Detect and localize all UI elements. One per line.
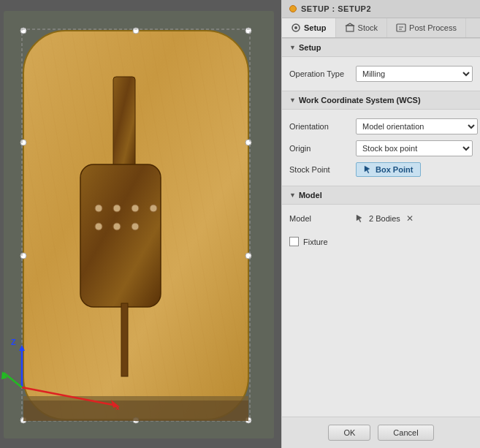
postprocess-tab-icon	[396, 23, 406, 33]
model-section-header[interactable]: ▼ Model	[282, 186, 480, 205]
svg-marker-43	[365, 166, 370, 173]
svg-text:×: ×	[115, 404, 120, 412]
svg-point-16	[20, 28, 26, 34]
svg-point-22	[245, 140, 251, 145]
svg-rect-26	[23, 400, 248, 421]
panel-footer: OK Cancel	[282, 417, 480, 448]
tab-setup-label: Setup	[304, 23, 327, 32]
stock-point-control: Box Point	[356, 162, 473, 177]
cancel-button[interactable]: Cancel	[378, 425, 433, 441]
model-arrow-icon: ▼	[289, 191, 296, 199]
svg-rect-5	[80, 164, 161, 307]
stock-tab-icon	[345, 23, 355, 33]
svg-point-14	[133, 28, 139, 34]
fixture-checkbox[interactable]	[289, 237, 299, 246]
svg-point-9	[150, 205, 157, 212]
setup-arrow-icon: ▼	[289, 44, 296, 51]
model-row: Model 2 Bodies ✕	[282, 210, 480, 227]
tab-stock[interactable]: Stock	[336, 18, 388, 37]
tab-setup[interactable]: Setup	[282, 18, 336, 37]
stock-point-row: Stock Point Box Point	[282, 159, 480, 180]
svg-point-12	[132, 223, 139, 230]
right-panel: SETUP : SETUP2 Setup Stock Post Process	[281, 0, 480, 448]
setup-section-header[interactable]: ▼ Setup	[282, 38, 480, 57]
origin-label: Origin	[289, 144, 351, 153]
svg-point-17	[20, 140, 26, 145]
origin-row: Origin Stock box point Model origin Mode…	[282, 137, 480, 159]
title-dot	[289, 5, 297, 12]
svg-point-8	[132, 205, 139, 212]
svg-point-15	[245, 28, 251, 34]
panel-title: SETUP : SETUP2	[301, 4, 371, 13]
tab-postprocess[interactable]: Post Process	[387, 18, 466, 37]
model-cursor-icon	[356, 214, 365, 223]
panel-titlebar: SETUP : SETUP2	[282, 0, 480, 18]
model-value: 2 Bodies ✕	[356, 213, 473, 224]
origin-select[interactable]: Stock box point Model origin Model box p…	[356, 140, 473, 156]
wcs-section-header[interactable]: ▼ Work Coordinate System (WCS)	[282, 91, 480, 110]
svg-rect-13	[121, 303, 128, 376]
svg-marker-44	[357, 215, 362, 222]
wcs-section-body: Orientation Model orientation Select Z a…	[282, 110, 480, 186]
svg-text:Z: Z	[11, 338, 16, 346]
svg-point-37	[294, 26, 297, 29]
operation-type-control: Milling Turning Jet	[356, 66, 473, 82]
model-field-label: Model	[289, 214, 351, 223]
svg-rect-4	[113, 77, 135, 168]
fixture-row: Fixture	[282, 232, 480, 251]
model-clear-button[interactable]: ✕	[405, 213, 415, 224]
svg-point-18	[20, 253, 26, 259]
wcs-section-label: Work Coordinate System (WCS)	[299, 96, 421, 105]
svg-marker-39	[346, 23, 354, 26]
orientation-select[interactable]: Model orientation Select Z axis/plane & …	[356, 118, 478, 134]
tab-bar: Setup Stock Post Process	[282, 18, 480, 38]
svg-point-11	[113, 223, 121, 230]
stock-point-label: Stock Point	[289, 165, 351, 174]
origin-control: Stock box point Model origin Model box p…	[356, 140, 473, 156]
setup-section-label: Setup	[299, 43, 321, 52]
svg-point-6	[95, 205, 102, 212]
setup-tab-icon	[291, 23, 301, 33]
orientation-label: Orientation	[289, 122, 351, 131]
operation-type-select[interactable]: Milling Turning Jet	[356, 66, 473, 82]
canvas-area: Z ×	[0, 0, 281, 448]
orientation-row: Orientation Model orientation Select Z a…	[282, 115, 480, 137]
orientation-control: Model orientation Select Z axis/plane & …	[356, 118, 478, 134]
svg-point-23	[245, 253, 251, 259]
svg-point-7	[113, 205, 121, 212]
operation-type-label: Operation Type	[289, 69, 351, 78]
wcs-arrow-icon: ▼	[289, 96, 296, 104]
setup-section-body: Operation Type Milling Turning Jet	[282, 57, 480, 91]
tab-postprocess-label: Post Process	[409, 23, 457, 32]
svg-rect-40	[397, 24, 405, 31]
canvas-svg: Z ×	[0, 0, 281, 448]
stock-point-button-label: Box Point	[376, 165, 413, 174]
ok-button[interactable]: OK	[328, 425, 370, 441]
model-bodies-text: 2 Bodies	[369, 214, 400, 223]
fixture-label: Fixture	[303, 238, 328, 246]
model-section-body: Model 2 Bodies ✕	[282, 205, 480, 232]
operation-type-row: Operation Type Milling Turning Jet	[282, 63, 480, 85]
tab-stock-label: Stock	[358, 23, 378, 32]
cursor-icon	[364, 165, 373, 174]
model-section-label: Model	[299, 191, 322, 200]
panel-content: ▼ Setup Operation Type Milling Turning J…	[282, 38, 480, 417]
stock-point-button[interactable]: Box Point	[356, 162, 421, 177]
svg-rect-38	[346, 26, 354, 31]
svg-point-10	[95, 223, 102, 230]
